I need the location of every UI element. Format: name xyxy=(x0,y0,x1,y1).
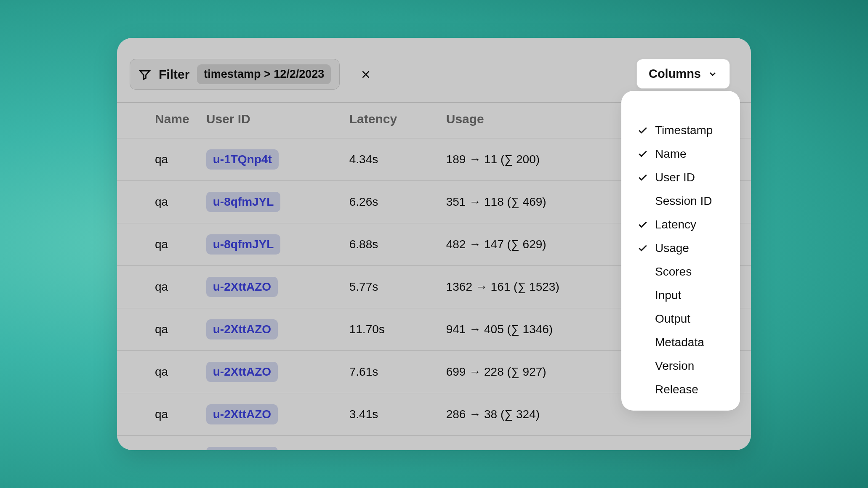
col-header-userid[interactable]: User ID xyxy=(198,103,341,138)
column-option[interactable]: Release xyxy=(630,378,732,401)
check-icon xyxy=(637,125,648,136)
column-option-label: Timestamp xyxy=(655,124,713,137)
cell-name: qa xyxy=(117,181,198,223)
main-panel: Filter timestamp > 12/2/2023 Name User I… xyxy=(117,38,751,450)
column-option[interactable]: User ID xyxy=(630,166,732,189)
cell-userid: u-2XttAZO xyxy=(198,308,341,351)
column-option[interactable]: Latency xyxy=(630,213,732,236)
cell-latency: 3.41s xyxy=(341,393,438,436)
cell-latency: 6.88s xyxy=(341,223,438,266)
column-option-label: Release xyxy=(655,383,698,396)
clear-filter-button[interactable] xyxy=(357,65,375,84)
user-id-link[interactable]: u-2XttAZO xyxy=(206,277,278,297)
column-option[interactable]: Name xyxy=(630,142,732,166)
cell-userid: u-8qfmJYL xyxy=(198,181,341,223)
column-option-label: Usage xyxy=(655,241,689,255)
cell-userid: u-1TQnp4t xyxy=(198,138,341,181)
cell-name: qa xyxy=(117,351,198,393)
cell-userid: u-2XttAZO xyxy=(198,393,341,436)
column-option[interactable]: Scores xyxy=(630,260,732,284)
column-option[interactable]: Input xyxy=(630,284,732,307)
cell-latency: 5.77s xyxy=(341,266,438,308)
cell-userid: u-2XttAZO xyxy=(198,436,341,451)
cell-latency: 11.70s xyxy=(341,308,438,351)
cell-name: qa xyxy=(117,266,198,308)
cell-name: qa xyxy=(117,223,198,266)
column-option-label: Output xyxy=(655,312,690,326)
filter-label: Filter xyxy=(159,67,189,82)
filter-icon xyxy=(138,68,151,81)
columns-button[interactable]: Columns xyxy=(636,59,730,89)
column-option-label: Scores xyxy=(655,265,692,278)
filter-button[interactable]: Filter timestamp > 12/2/2023 xyxy=(130,59,340,90)
columns-dropdown: TimestampNameUser IDSession IDLatencyUsa… xyxy=(626,95,736,406)
check-icon xyxy=(637,149,648,159)
table-row[interactable]: qau-2XttAZO6.73s391 → 181 (∑ 572) xyxy=(117,436,751,451)
close-icon xyxy=(360,69,371,80)
user-id-link[interactable]: u-8qfmJYL xyxy=(206,192,281,212)
user-id-link[interactable]: u-2XttAZO xyxy=(206,362,278,382)
cell-userid: u-2XttAZO xyxy=(198,351,341,393)
column-option-label: Metadata xyxy=(655,336,704,349)
cell-name: qa xyxy=(117,138,198,181)
col-header-name[interactable]: Name xyxy=(117,103,198,138)
column-option-label: Name xyxy=(655,147,687,161)
column-option-label: Latency xyxy=(655,218,696,231)
col-header-latency[interactable]: Latency xyxy=(341,103,438,138)
user-id-link[interactable]: u-1TQnp4t xyxy=(206,149,279,170)
chevron-down-icon xyxy=(708,69,718,79)
cell-latency: 7.61s xyxy=(341,351,438,393)
filter-chip[interactable]: timestamp > 12/2/2023 xyxy=(197,64,331,84)
cell-usage: 391 → 181 (∑ 572) xyxy=(438,436,751,451)
check-icon xyxy=(637,172,648,183)
column-option-label: Session ID xyxy=(655,194,712,208)
user-id-link[interactable]: u-2XttAZO xyxy=(206,319,278,339)
check-icon xyxy=(637,219,648,230)
column-option-label: User ID xyxy=(655,171,695,184)
column-option-label: Version xyxy=(655,359,694,373)
column-option[interactable]: Output xyxy=(630,307,732,331)
user-id-link[interactable]: u-2XttAZO xyxy=(206,404,278,424)
column-option[interactable]: Usage xyxy=(630,236,732,260)
cell-userid: u-2XttAZO xyxy=(198,266,341,308)
column-option[interactable]: Metadata xyxy=(630,331,732,354)
cell-latency: 6.26s xyxy=(341,181,438,223)
cell-userid: u-8qfmJYL xyxy=(198,223,341,266)
cell-latency: 4.34s xyxy=(341,138,438,181)
user-id-link[interactable]: u-8qfmJYL xyxy=(206,234,281,255)
user-id-link[interactable]: u-2XttAZO xyxy=(206,447,278,450)
columns-button-label: Columns xyxy=(649,67,701,81)
check-icon xyxy=(637,243,648,254)
column-option[interactable]: Timestamp xyxy=(630,119,732,142)
column-option[interactable]: Session ID xyxy=(630,189,732,213)
cell-latency: 6.73s xyxy=(341,436,438,451)
cell-name: qa xyxy=(117,308,198,351)
cell-name: qa xyxy=(117,393,198,436)
column-option[interactable]: Version xyxy=(630,354,732,378)
column-option-label: Input xyxy=(655,289,681,302)
cell-name: qa xyxy=(117,436,198,451)
